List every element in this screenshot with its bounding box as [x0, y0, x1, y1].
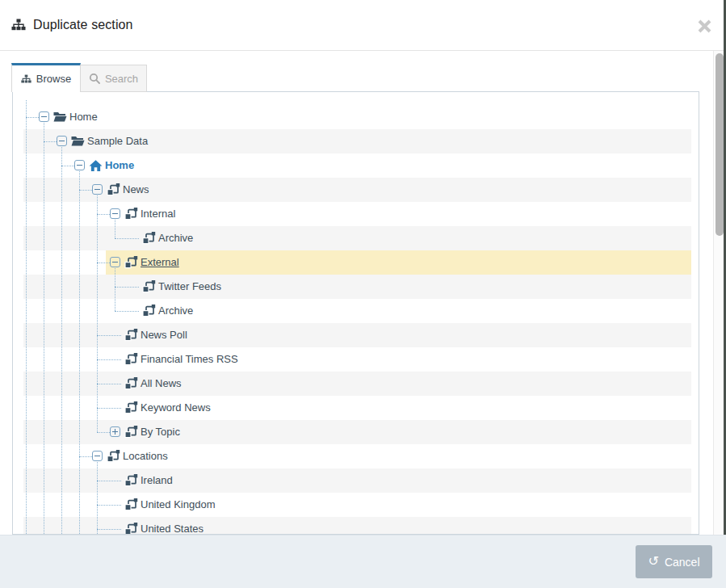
section-icon: [124, 256, 138, 269]
section-icon: [142, 280, 156, 293]
section-icon: [124, 353, 138, 366]
tree-item-label[interactable]: News Poll: [141, 323, 187, 347]
tree-row[interactable]: Home: [23, 105, 691, 129]
tree-row[interactable]: External: [23, 250, 691, 275]
tree-row[interactable]: Ireland: [23, 468, 691, 493]
tree-row[interactable]: Twitter Feeds: [23, 275, 691, 299]
collapse-icon[interactable]: [57, 136, 67, 146]
tree-guide-line: [61, 147, 62, 534]
tree-connector-line: [44, 141, 57, 142]
section-icon: [142, 232, 156, 245]
tree-row[interactable]: United Kingdom: [23, 493, 691, 517]
tree-connector-line: [61, 166, 74, 166]
tree-row[interactable]: United States: [23, 517, 691, 535]
collapse-icon[interactable]: [110, 208, 120, 219]
sitemap-icon: [11, 19, 26, 32]
tree-connector-line: [97, 262, 110, 263]
tree-item-label[interactable]: External: [141, 250, 179, 275]
tree-row[interactable]: By Topic: [23, 420, 691, 444]
scrollbar-thumb[interactable]: [716, 53, 724, 236]
tree-item-label[interactable]: Home: [69, 105, 98, 129]
tree-item-label[interactable]: News: [123, 178, 149, 202]
tab-browse-label: Browse: [36, 73, 71, 85]
cancel-button-label: Cancel: [665, 556, 700, 569]
tree-row[interactable]: Archive: [23, 226, 691, 250]
folder-open-icon: [71, 135, 85, 148]
tree-connector-line: [97, 214, 110, 215]
section-icon: [124, 401, 138, 414]
tree-item-label[interactable]: Archive: [158, 299, 193, 323]
tree-connector-line: [97, 335, 121, 336]
tree-connector-line: [97, 481, 121, 481]
tree-row[interactable]: Archive: [23, 299, 691, 323]
tree-row[interactable]: Home: [23, 153, 691, 178]
tree-row[interactable]: All News: [23, 372, 691, 396]
section-icon: [107, 450, 120, 463]
tab-search[interactable]: Search: [81, 65, 147, 92]
tree-row[interactable]: Financial Times RSS: [23, 347, 691, 372]
close-icon[interactable]: [696, 18, 713, 35]
tree-row[interactable]: Internal: [23, 202, 691, 226]
section-icon: [124, 329, 138, 342]
tree-item-label[interactable]: Keyword News: [141, 396, 211, 420]
tree-connector-line: [97, 384, 121, 384]
browse-panel: HomeSample DataHomeNewsInternalArchiveEx…: [12, 91, 699, 535]
tree-row[interactable]: News: [23, 178, 691, 202]
tab-search-label: Search: [105, 73, 138, 85]
tree-connector-line: [97, 432, 110, 433]
tree-connector-line: [26, 117, 39, 118]
tree-row[interactable]: Sample Data: [23, 129, 691, 153]
cancel-button[interactable]: ↺ Cancel: [636, 545, 712, 578]
tree-row[interactable]: Locations: [23, 444, 691, 468]
tree-guide-line: [44, 123, 44, 534]
tree-item-label[interactable]: Ireland: [141, 468, 173, 493]
scrollbar-track[interactable]: [713, 51, 724, 535]
tree: HomeSample DataHomeNewsInternalArchiveEx…: [23, 105, 691, 534]
dialog-header: Duplicate section: [0, 0, 726, 51]
dialog-footer: ↺ Cancel: [0, 535, 726, 588]
tree-connector-line: [115, 311, 139, 312]
dialog-title: Duplicate section: [33, 18, 133, 32]
section-icon: [124, 426, 138, 439]
tree-connector-line: [79, 456, 92, 457]
section-icon: [124, 208, 138, 220]
tree-connector-line: [115, 287, 139, 288]
tree-connector-line: [97, 529, 121, 530]
folder-open-icon: [53, 111, 67, 124]
tree-item-label[interactable]: Archive: [158, 226, 193, 250]
tree-item-label[interactable]: Home: [105, 153, 134, 178]
tree-guide-line: [115, 268, 115, 311]
home-icon: [89, 159, 103, 172]
tree-row[interactable]: News Poll: [23, 323, 691, 347]
tree-item-label[interactable]: By Topic: [141, 420, 180, 444]
tree-connector-line: [97, 408, 121, 409]
tree-guide-line: [26, 100, 27, 534]
collapse-icon[interactable]: [39, 111, 49, 122]
section-icon: [107, 183, 120, 196]
tree-item-label[interactable]: Financial Times RSS: [141, 347, 238, 372]
tree-item-label[interactable]: United Kingdom: [141, 493, 216, 517]
undo-icon: ↺: [648, 555, 659, 568]
tab-bar: Browse Search: [11, 63, 147, 92]
tree-row[interactable]: Keyword News: [23, 396, 691, 420]
tree-connector-line: [97, 359, 121, 360]
expand-icon[interactable]: [110, 426, 120, 437]
tree-item-label[interactable]: All News: [141, 372, 182, 396]
section-icon: [124, 474, 138, 487]
tab-browse[interactable]: Browse: [11, 63, 81, 92]
tree-connector-line: [79, 190, 92, 191]
collapse-icon[interactable]: [110, 257, 120, 267]
tree-item-label[interactable]: United States: [141, 517, 204, 535]
collapse-icon[interactable]: [92, 451, 103, 461]
tree-item-label[interactable]: Locations: [123, 444, 168, 468]
tree-item-label[interactable]: Internal: [141, 202, 175, 226]
collapse-icon[interactable]: [92, 184, 103, 195]
section-icon: [124, 377, 138, 390]
collapse-icon[interactable]: [74, 160, 85, 170]
tree-item-label[interactable]: Twitter Feeds: [158, 275, 221, 299]
tree-item-label[interactable]: Sample Data: [87, 129, 148, 153]
section-icon: [124, 523, 138, 535]
tree-connector-line: [115, 238, 139, 239]
tree-guide-line: [97, 195, 98, 432]
sitemap-icon: [21, 74, 31, 84]
